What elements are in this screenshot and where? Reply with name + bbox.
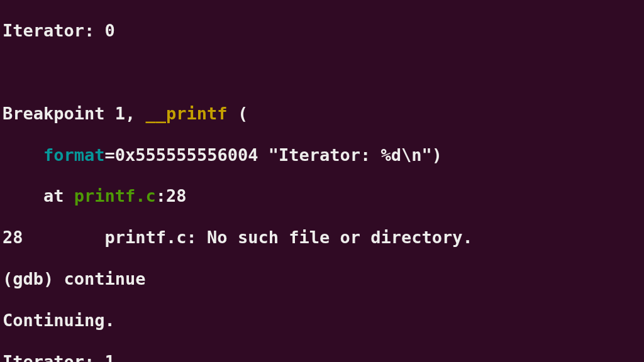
error-text: printf.c: No such file or directory.	[105, 228, 473, 247]
param-value: =0x555555556004 "Iterator: %d\n")	[105, 145, 442, 165]
breakpoint-args: format=0x555555556004 "Iterator: %d\n")	[3, 145, 641, 166]
program-output: Iterator: 0	[3, 21, 115, 40]
line-number: :28	[156, 186, 187, 206]
error-lineno: 28	[3, 228, 23, 247]
function-name: __printf	[146, 104, 228, 123]
breakpoint-label: Breakpoint 1,	[3, 104, 146, 123]
prompt-line: (gdb) continue	[3, 269, 641, 290]
blank-line	[3, 62, 641, 83]
param-name: format	[43, 145, 105, 165]
source-file: printf.c	[74, 186, 156, 206]
continuing-text: Continuing.	[3, 310, 115, 330]
breakpoint-location: at printf.c:28	[3, 186, 641, 207]
breakpoint-header: Breakpoint 1, __printf (	[3, 104, 641, 124]
user-command: continue	[64, 269, 146, 288]
gdb-prompt: (gdb)	[3, 269, 64, 288]
paren-open: (	[228, 104, 248, 123]
status-line: Continuing.	[3, 310, 641, 331]
output-line: Iterator: 1	[3, 352, 641, 362]
program-output: Iterator: 1	[3, 352, 115, 362]
output-line: Iterator: 0	[3, 21, 641, 41]
source-error: 28 printf.c: No such file or directory.	[3, 228, 641, 248]
gdb-terminal[interactable]: Iterator: 0 Breakpoint 1, __printf ( for…	[0, 0, 644, 362]
